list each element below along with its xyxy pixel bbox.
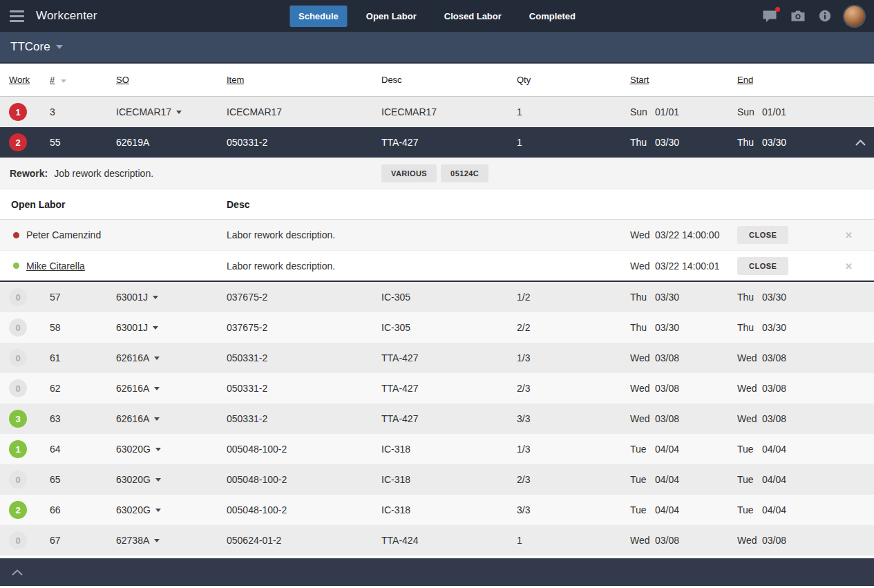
header-item[interactable]: Item [227, 75, 244, 85]
header-end[interactable]: End [737, 75, 753, 85]
work-badge[interactable]: 3 [9, 410, 27, 428]
row-item: ICECMAR17 [227, 106, 381, 117]
table-row[interactable]: 1 64 63020G 005048-100-2 IC-318 1/3 Tue0… [0, 434, 874, 464]
rework-tag-various[interactable]: VARIOUS [381, 164, 437, 182]
close-labor-button[interactable]: CLOSE [737, 226, 788, 244]
so-dropdown[interactable]: 63020G [116, 444, 227, 455]
dismiss-icon[interactable]: ✕ [845, 261, 853, 272]
work-badge[interactable]: 0 [9, 319, 27, 336]
row-qty: 1/3 [517, 444, 630, 455]
table-row[interactable]: 0 61 62616A 050331-2 TTA-427 1/3 Wed03/0… [0, 343, 874, 373]
info-icon[interactable] [819, 10, 831, 22]
table-row[interactable]: 1 3 ICECMAR17 ICECMAR17 ICECMAR17 1 Sun0… [0, 97, 874, 127]
labor-header-name: Open Labor [0, 199, 227, 210]
work-badge[interactable]: 1 [9, 103, 27, 121]
so-caret-icon [154, 387, 160, 390]
work-badge[interactable]: 1 [9, 440, 27, 458]
row-desc: TTA-427 [381, 413, 517, 424]
so-label: 63020G [116, 474, 151, 485]
so-dropdown[interactable]: 62616A [116, 383, 227, 394]
start-date: 03/08 [655, 413, 679, 424]
collapse-icon[interactable] [855, 140, 874, 146]
table-row[interactable]: 0 58 63001J 037675-2 IC-305 2/2 Thu03/30… [0, 312, 874, 343]
labor-table-header: Open Labor Desc [0, 189, 874, 220]
tab-closed-labor[interactable]: Closed Labor [435, 6, 511, 27]
rows-bottom: 0 57 63001J 037675-2 IC-305 1/2 Thu03/30… [0, 282, 874, 556]
header-work[interactable]: Work [9, 75, 30, 85]
work-badge[interactable]: 0 [9, 379, 27, 397]
row-desc: TTA-427 [381, 383, 517, 394]
row-item: 005048-100-2 [227, 474, 381, 485]
so-label: 62616A [116, 352, 149, 363]
so-dropdown[interactable]: 62619A [116, 137, 227, 148]
work-badge[interactable]: 2 [9, 133, 27, 151]
start-date: 04/04 [655, 504, 679, 515]
so-dropdown[interactable]: 62738A [116, 535, 227, 546]
end-date: 03/30 [762, 322, 786, 333]
table-row[interactable]: 0 62 62616A 050331-2 TTA-427 2/3 Wed03/0… [0, 373, 874, 404]
so-dropdown[interactable]: 62616A [116, 413, 227, 424]
table-row[interactable]: 3 63 62616A 050331-2 TTA-427 3/3 Wed03/0… [0, 404, 874, 434]
end-day: Thu [737, 322, 762, 333]
table-row[interactable]: 0 57 63001J 037675-2 IC-305 1/2 Thu03/30… [0, 282, 874, 312]
start-day: Thu [630, 322, 655, 333]
tab-completed[interactable]: Completed [520, 6, 585, 27]
work-badge[interactable]: 0 [9, 531, 27, 549]
so-dropdown[interactable]: 63001J [116, 292, 227, 303]
work-badge[interactable]: 2 [9, 501, 27, 519]
row-item: 037675-2 [227, 322, 381, 333]
so-dropdown[interactable]: 63001J [116, 322, 227, 333]
header-start[interactable]: Start [630, 75, 649, 85]
table-row[interactable]: 2 66 63020G 005048-100-2 IC-318 3/3 Tue0… [0, 495, 874, 525]
end-date: 04/04 [762, 474, 786, 485]
close-labor-button[interactable]: CLOSE [737, 257, 788, 275]
workcenter-name: TTCore [10, 40, 50, 54]
labor-day: Wed [630, 229, 655, 240]
avatar[interactable] [844, 6, 864, 26]
so-label: 62616A [116, 413, 149, 424]
chat-icon[interactable] [762, 10, 777, 23]
status-dot [13, 232, 19, 238]
so-caret-icon [153, 296, 158, 299]
table-row[interactable]: 2 55 62619A 050331-2 TTA-427 1 Thu03/30 … [0, 127, 874, 158]
so-dropdown[interactable]: 63020G [116, 474, 227, 485]
scroll-top-icon[interactable] [12, 569, 23, 576]
camera-icon[interactable] [790, 10, 806, 22]
end-day: Tue [737, 444, 762, 455]
start-date: 03/30 [655, 322, 679, 333]
rework-description: Job rework description. [54, 168, 153, 179]
start-day: Thu [630, 137, 655, 148]
header-so[interactable]: SO [116, 75, 129, 85]
so-dropdown[interactable]: ICECMAR17 [116, 106, 227, 117]
so-dropdown[interactable]: 63020G [116, 504, 227, 515]
work-badge[interactable]: 0 [9, 288, 27, 306]
row-num: 3 [50, 106, 116, 117]
so-caret-icon [155, 448, 161, 451]
work-badge[interactable]: 0 [9, 349, 27, 367]
end-day: Tue [737, 474, 762, 485]
start-date: 03/30 [655, 137, 679, 148]
row-item: 050624-01-2 [227, 535, 381, 546]
start-date: 03/08 [655, 352, 679, 363]
so-label: 63020G [116, 504, 151, 515]
start-day: Thu [630, 292, 655, 303]
header-num[interactable]: # [50, 75, 55, 85]
row-item: 050331-2 [227, 352, 381, 363]
labor-name[interactable]: Peter Camenzind [26, 229, 227, 240]
row-num: 66 [50, 504, 116, 515]
rework-tag-05124c[interactable]: 05124C [441, 164, 488, 182]
tab-schedule[interactable]: Schedule [289, 6, 348, 27]
row-qty: 3/3 [517, 413, 630, 424]
menu-icon[interactable] [10, 10, 24, 22]
tab-open-labor[interactable]: Open Labor [357, 6, 426, 27]
labor-name[interactable]: Mike Citarella [26, 260, 227, 272]
row-item: 050331-2 [227, 383, 381, 394]
table-row[interactable]: 0 67 62738A 050624-01-2 TTA-424 1 Wed03/… [0, 525, 874, 556]
end-day: Wed [737, 352, 762, 363]
so-dropdown[interactable]: 62616A [116, 352, 227, 363]
dismiss-icon[interactable]: ✕ [845, 230, 853, 240]
table-row[interactable]: 0 65 63020G 005048-100-2 IC-318 2/3 Tue0… [0, 464, 874, 495]
so-caret-icon [155, 509, 161, 512]
work-badge[interactable]: 0 [9, 471, 27, 489]
workcenter-selector[interactable]: TTCore [0, 32, 874, 62]
